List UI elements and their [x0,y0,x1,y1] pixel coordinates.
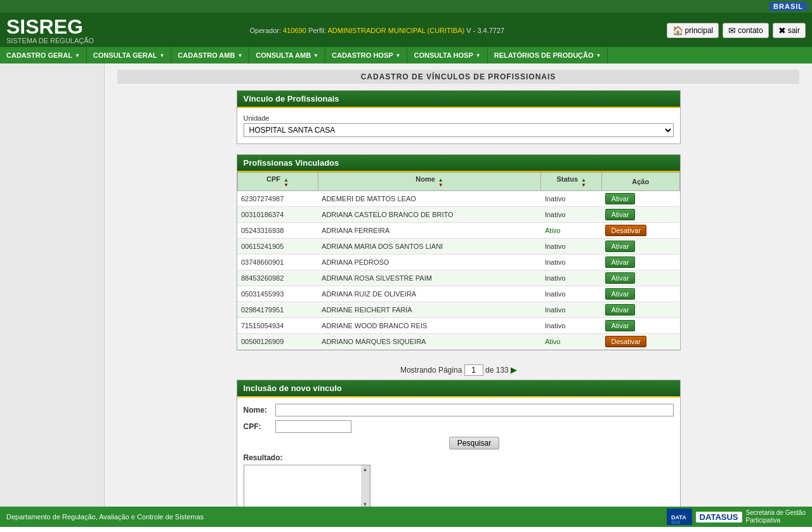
cell-acao: Desativar [601,223,679,239]
ativar-button[interactable]: Ativar [605,272,634,284]
content-wrapper: CADASTRO DE VÍNCULOS DE PROFISSIONAIS Ví… [0,63,812,507]
nome-input[interactable] [275,404,674,416]
desativar-button[interactable]: Desativar [605,336,646,347]
next-page-arrow[interactable]: ▶ [511,366,516,375]
cell-acao: Ativar [601,286,679,302]
scroll-down-icon[interactable]: ▼ [362,500,369,507]
principal-button[interactable]: 🏠 principal [667,23,719,38]
ativar-button[interactable]: Ativar [605,256,634,268]
profissionais-table: CPF ▲ ▼ Nome ▲ ▼ [237,172,680,350]
unidade-select[interactable]: HOSPITAL SANTA CASA [244,124,673,136]
navbar: CADASTRO GERAL ▼ CONSULTA GERAL ▼ CADAST… [0,47,812,63]
sort-down-icon[interactable]: ▼ [581,183,586,188]
col-cpf: CPF ▲ ▼ [237,173,318,191]
ativar-button[interactable]: Ativar [605,288,634,300]
cell-cpf: 00500126909 [237,334,318,350]
pagination-mostrando: Mostrando Página [400,366,462,375]
col-acao: Ação [601,173,679,191]
chevron-down-icon: ▼ [237,53,242,58]
pagination-page-input[interactable] [464,364,483,376]
unidade-select-wrapper[interactable]: HOSPITAL SANTA CASA [244,123,674,137]
resultado-box: ▲ ▼ [244,465,370,507]
nav-consulta-hosp[interactable]: CONSULTA HOSP ▼ [407,47,487,63]
inclusao-card: Inclusão de novo vínculo Nome: CPF: Pesq… [237,380,681,507]
datasus-svg-icon: DATA SUS [670,510,689,524]
resultado-label: Resultado: [244,453,674,462]
cell-acao: Ativar [601,255,679,270]
cell-status: Inativo [541,255,602,270]
table-row: 88453260982ADRIANA ROSA SILVESTRE PAIMIn… [237,270,679,286]
ativar-button[interactable]: Ativar [605,193,634,204]
cell-cpf: 00615241905 [237,239,318,255]
sort-down-icon[interactable]: ▼ [284,183,289,188]
cell-nome: ADRIANA ROSA SILVESTRE PAIM [318,270,541,286]
chevron-down-icon: ▼ [596,53,601,58]
pagination: Mostrando Página de 133 ▶ [117,361,799,380]
cell-status: Inativo [541,286,602,302]
cell-cpf: 03748660901 [237,255,318,270]
cpf-sort[interactable]: ▲ ▼ [284,178,289,188]
resultado-scrollbar: ▲ ▼ [361,465,370,507]
ativar-button[interactable]: Ativar [605,209,634,220]
table-row: 00500126909ADRIANO MARQUES SIQUEIRAAtivo… [237,334,679,350]
cell-status: Ativo [541,223,602,239]
vinculo-card-header: Vínculo de Profissionais [237,91,680,108]
version: V - 3.4.7727 [466,27,504,34]
nav-cadastro-amb[interactable]: CADASTRO AMB ▼ [171,47,249,63]
status-sort[interactable]: ▲ ▼ [581,178,586,188]
cell-status: Inativo [541,318,602,334]
ativar-button[interactable]: Ativar [605,304,634,316]
table-row: 00310186374ADRIANA CASTELO BRANCO DE BRI… [237,207,679,223]
cell-cpf: 88453260982 [237,270,318,286]
brasil-bar: BRASIL [0,0,812,13]
scroll-up-icon[interactable]: ▲ [362,465,369,474]
pagination-total: 133 [496,366,509,375]
left-sidebar [0,63,105,507]
desativar-button[interactable]: Desativar [605,225,646,236]
nav-cadastro-hosp[interactable]: CADASTRO HOSP ▼ [325,47,407,63]
cell-cpf: 00310186374 [237,207,318,223]
cell-acao: Ativar [601,318,679,334]
datasus-label: DATASUS [696,512,742,522]
sort-down-icon[interactable]: ▼ [438,183,443,188]
table-body: 62307274987ADEMERI DE MATTOS LEAOInativo… [237,191,679,350]
header-buttons: 🏠 principal ✉ contato ✖ sair [667,23,806,38]
table-row: 71515054934ADRIANE WOOD BRANCO REISInati… [237,318,679,334]
cell-cpf: 05243316938 [237,223,318,239]
nome-row: Nome: [244,404,674,416]
table-row: 62307274987ADEMERI DE MATTOS LEAOInativo… [237,191,679,207]
chevron-down-icon: ▼ [313,53,318,58]
cell-nome: ADRIANO MARQUES SIQUEIRA [318,334,541,350]
cell-cpf: 05031455993 [237,286,318,302]
ativar-button[interactable]: Ativar [605,320,634,331]
cell-nome: ADRIANE REICHERT FARIA [318,302,541,318]
cell-nome: ADRIANA MARIA DOS SANTOS LIANI [318,239,541,255]
ativar-button[interactable]: Ativar [605,241,634,252]
inclusao-card-body: Nome: CPF: Pesquisar Resultado: ▲ ▼ [237,397,680,507]
nome-sort[interactable]: ▲ ▼ [438,178,443,188]
pesquisar-button[interactable]: Pesquisar [449,437,499,449]
app-title: SISREG [6,17,94,37]
nav-consulta-geral[interactable]: CONSULTA GERAL ▼ [87,47,172,63]
profissionais-table-container: Profissionas Vinculados CPF ▲ ▼ Nome [237,154,681,350]
cpf-label: CPF: [244,422,275,431]
operator-info: Operador: 410690 Perfil: ADMINISTRADOR M… [250,27,505,34]
vinculo-card-body: Unidade HOSPITAL SANTA CASA [237,108,680,143]
nav-relatorios[interactable]: RELATÓRIOS DE PRODUÇÃO ▼ [488,47,608,63]
cell-acao: Ativar [601,207,679,223]
contato-button[interactable]: ✉ contato [723,23,768,38]
operator-id[interactable]: 410690 [283,27,306,34]
nav-consulta-amb[interactable]: CONSULTA AMB ▼ [249,47,325,63]
cell-nome: ADRIANE WOOD BRANCO REIS [318,318,541,334]
cell-cpf: 62307274987 [237,191,318,207]
nav-cadastro-geral[interactable]: CADASTRO GERAL ▼ [0,47,87,63]
cell-nome: ADRIANA PEDROSO [318,255,541,270]
cell-nome: ADEMERI DE MATTOS LEAO [318,191,541,207]
sair-button[interactable]: ✖ sair [773,23,806,38]
table-header-row: CPF ▲ ▼ Nome ▲ ▼ [237,173,679,191]
cell-status: Inativo [541,239,602,255]
cpf-row: CPF: [244,420,674,433]
brasil-badge: BRASIL [769,2,807,11]
cpf-input[interactable] [275,420,351,433]
cell-acao: Ativar [601,239,679,255]
